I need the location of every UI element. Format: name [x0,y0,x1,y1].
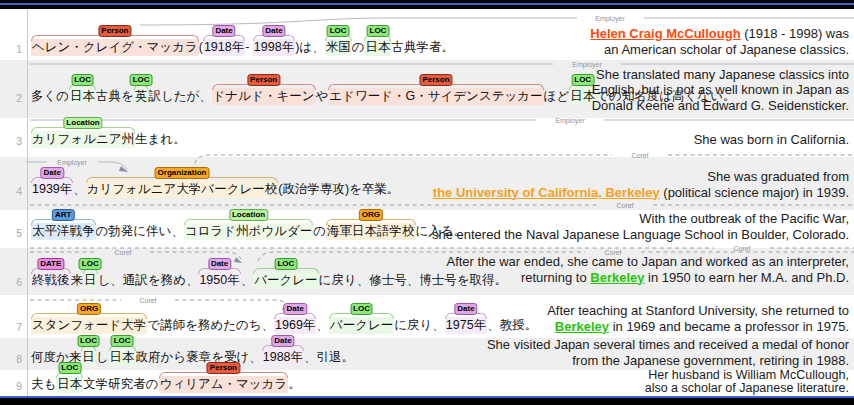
entity-label-person[interactable]: Person [98,25,131,37]
entity-span-date[interactable]: DATE終戦後 [31,272,71,289]
entity-label-date[interactable]: Date [212,25,235,37]
row-number: 7 [0,321,22,333]
entity-text: 1988年 [263,350,303,364]
entity-label-loc[interactable]: LOC [130,74,153,86]
entity-text: ヘレン・クレイグ・マッカラ [32,40,198,54]
entity-label-loc[interactable]: LOC [571,74,594,86]
jp-text: ほど [544,89,570,103]
sentence-rows: 1Personヘレン・クレイグ・マッカラ(Date1918年- Date1998… [0,9,854,396]
entity-span-loc[interactable]: LOC日本 [109,349,136,366]
entity-span-loc[interactable]: LOC日 [83,272,98,289]
en-translation: She was born in California. [694,132,849,148]
row-number: 6 [0,276,22,288]
entity-span-person[interactable]: Personウィリアム・マッカラ [159,376,289,393]
entity-span-org[interactable]: ORGスタンフォード大学 [31,317,147,334]
entity-label-date[interactable]: DATE [37,258,64,270]
entity-span-loc[interactable]: LOCバークレー [253,272,318,289]
en-translation: After the war ended, she came to Japan a… [446,254,849,285]
entity-label-date[interactable]: Date [454,303,477,315]
entity-label-loc[interactable]: LOC [71,74,94,86]
entity-span-art[interactable]: ART太平洋戦争 [31,223,96,240]
entity-span-person[interactable]: Personエドワード・G・サイデンステッカー [328,88,543,105]
entity-label-date[interactable]: Date [40,167,63,179]
entity-text: 太平洋戦争 [32,224,95,238]
jp-text: や [316,89,329,103]
en-text: in 1969 and became a professor in 1975. [609,319,849,334]
en-line: Donald Keene and Edward G. Seidensticker… [592,98,849,114]
entity-label-loc[interactable]: LOC [327,25,350,37]
sentence-row: 2多くのLOC日本古典をLOC英訳したが、Personドナルド・キーンやPers… [0,60,854,118]
entity-span-date[interactable]: Date1969年 [274,317,316,334]
en-translation: She visited Japan several times and rece… [487,337,849,368]
entity-label-date[interactable]: Date [262,25,285,37]
entity-span-org[interactable]: ORG海軍日本語学校 [326,223,416,240]
en-text: With the outbreak of the Pacific War, [639,211,849,226]
sentence-row: 3Locationカリフォルニア州生まれ。She was born in Cal… [0,118,854,157]
entity-span-date[interactable]: Date1998年 [253,39,295,56]
entity-label-date[interactable]: Date [271,335,294,347]
entity-span-date[interactable]: Date1939年 [31,181,73,198]
entity-label-loc[interactable]: LOC [366,25,389,37]
jp-sentence: Date1939年、Organizationカリフォルニア大学バークレー校(政治… [31,181,399,198]
entity-label-loc[interactable]: LOC [111,335,134,347]
en-entity-mention[interactable]: Helen Craig McCullough [590,26,740,41]
entity-label-person[interactable]: Person [419,74,452,86]
entity-span-person[interactable]: Personドナルド・キーン [212,88,316,105]
entity-text: ウィリアム・マッカラ [160,377,288,391]
entity-span-date[interactable]: Date1988年 [262,349,304,366]
entity-text: 1998年 [254,40,294,54]
entity-label-location[interactable]: Location [229,209,268,221]
entity-label-loc[interactable]: LOC [79,258,102,270]
entity-text: エドワード・G・サイデンステッカー [329,89,542,103]
jp-text: 文学研究者の [83,377,158,391]
entity-label-loc[interactable]: LOC [77,335,100,347]
entity-text: 日本 [110,350,135,364]
en-entity-mention[interactable]: Berkeley [555,319,609,334]
entity-span-loc[interactable]: LOC英 [134,88,149,105]
entity-span-loc[interactable]: LOC日本 [364,39,391,56]
window-chrome-bottom [0,396,854,405]
entity-span-location[interactable]: Locationコロラド州ボウルダー [184,223,313,240]
entity-span-loc[interactable]: LOC日 [81,349,96,366]
entity-label-person[interactable]: Person [207,362,240,374]
annotation-content: 1Personヘレン・クレイグ・マッカラ(Date1918年- Date1998… [0,9,854,396]
en-line: an American scholar of Japanese classics… [590,42,849,58]
sentence-row: 4Date1939年、Organizationカリフォルニア大学バークレー校(政… [0,157,854,210]
entity-span-date[interactable]: Date1950年 [198,272,240,289]
jp-sentence: DATE終戦後来LOC日し、通訳を務め、Date1950年、LOCバークレーに戻… [31,272,507,289]
entity-label-loc[interactable]: LOC [350,303,373,315]
entity-span-person[interactable]: Personヘレン・クレイグ・マッカラ [31,39,199,56]
en-text: She was born in California. [694,132,849,147]
jp-text: 。 [288,377,301,391]
jp-text: 、 [73,182,86,196]
en-line: from the Japanese government, retiring i… [487,353,849,369]
entity-span-date[interactable]: Date1975年 [445,317,487,334]
entity-label-date[interactable]: Date [208,258,231,270]
entity-label-org[interactable]: ORG [359,209,383,221]
entity-label-date[interactable]: Date [284,303,307,315]
sentence-row: 1Personヘレン・クレイグ・マッカラ(Date1918年- Date1998… [0,9,854,60]
entity-span-location[interactable]: Locationカリフォルニア州 [31,131,135,148]
en-entity-mention[interactable]: the University of California, Berkeley [433,185,660,200]
entity-label-loc[interactable]: LOC [58,362,81,374]
entity-label-location[interactable]: Location [63,117,102,129]
en-translation: Her husband is William McCullough,also a… [645,369,849,395]
entity-span-loc[interactable]: LOC日本 [69,88,96,105]
row-number: 8 [0,353,22,365]
en-entity-mention[interactable]: Berkeley [590,270,644,285]
en-line: returning to Berkeley in 1950 to earn he… [446,270,849,286]
en-translation: With the outbreak of the Pacific War,she… [432,211,849,242]
entity-text: 英 [135,89,148,103]
entity-span-organization[interactable]: Organizationカリフォルニア大学バークレー校 [86,181,278,198]
entity-span-date[interactable]: Date1918年 [203,39,245,56]
entity-span-loc[interactable]: LOCバークレー [329,317,394,334]
entity-span-loc[interactable]: LOC米国 [325,39,352,56]
entity-label-org[interactable]: ORG [77,303,101,315]
entity-label-art[interactable]: ART [52,209,74,221]
entity-label-person[interactable]: Person [247,74,280,86]
entity-text: 海軍日本語学校 [327,224,415,238]
annotation-view: 1Personヘレン・クレイグ・マッカラ(Date1918年- Date1998… [0,0,854,405]
entity-label-loc[interactable]: LOC [274,258,297,270]
entity-label-organization[interactable]: Organization [155,167,210,179]
entity-span-loc[interactable]: LOC日本 [56,376,83,393]
